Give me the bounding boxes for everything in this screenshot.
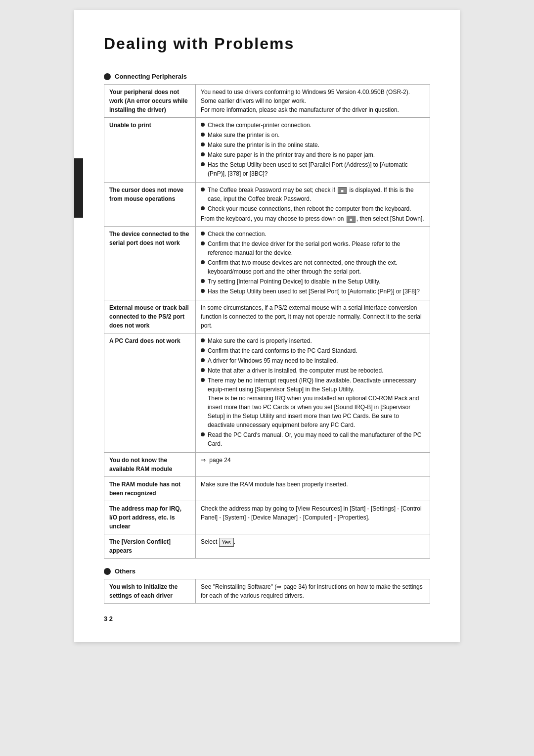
problem-cell: The [Version Conflict] appears [104, 534, 196, 559]
keyboard-note: From the keyboard, you may choose to pre… [201, 214, 425, 223]
problem-cell: The RAM module has not been recognized [104, 477, 196, 501]
table-row: The [Version Conflict] appears Select Ye… [104, 534, 430, 559]
problem-cell: Your peripheral does not work (An error … [104, 85, 196, 118]
page-title: Dealing with Problems [104, 35, 430, 58]
list-item: Check the computer-printer connection. [201, 121, 425, 130]
list-item: Make sure the printer is in the online s… [201, 141, 425, 149]
list-item: Has the Setup Utility been used to set [… [201, 160, 425, 178]
page: Dealing with Problems Connecting Periphe… [74, 10, 460, 642]
table-row: You do not know the available RAM module… [104, 453, 430, 477]
keyboard-icon: ■ [347, 216, 356, 223]
solution-cell: Make sure the card is properly inserted.… [196, 333, 430, 453]
list-item: The Coffee break Password may be set; ch… [201, 186, 425, 203]
table-row: Your peripheral does not work (An error … [104, 85, 430, 118]
solution-cell: You need to use drivers conforming to Wi… [196, 85, 430, 118]
list-item: There may be no interrupt request (IRQ) … [201, 376, 425, 429]
problem-cell: Unable to print [104, 118, 196, 183]
solution-cell: See "Reinstalling Software" (⇒page 34) f… [196, 579, 430, 604]
solution-cell: Make sure the RAM module has been proper… [196, 477, 430, 501]
table-row: The address map for IRQ, I/O port addres… [104, 501, 430, 534]
list-item: Try setting [Internal Pointing Device] t… [201, 277, 425, 286]
table-row: Unable to print Check the computer-print… [104, 118, 430, 183]
table-row: The cursor does not move from mouse oper… [104, 183, 430, 227]
table-row: A PC Card does not work Make sure the ca… [104, 333, 430, 453]
list-item: Check the connection. [201, 230, 425, 238]
connecting-peripherals-table: Your peripheral does not work (An error … [104, 84, 430, 559]
connecting-peripherals-header: Connecting Peripherals [104, 73, 430, 80]
problem-cell: External mouse or track ball connected t… [104, 300, 196, 333]
others-table: You wish to initialize the settings of e… [104, 579, 430, 604]
list-item: Has the Setup Utility been used to set [… [201, 287, 425, 296]
section-header-label: Connecting Peripherals [115, 73, 187, 80]
problem-cell: A PC Card does not work [104, 333, 196, 453]
list-item: Note that after a driver is installed, t… [201, 366, 425, 375]
list-item: Check your mouse connections, then reboo… [201, 204, 425, 213]
list-item: Make sure the printer is on. [201, 131, 425, 140]
list-item: Read the PC Card's manual. Or, you may n… [201, 430, 425, 448]
problem-cell: You do not know the available RAM module [104, 453, 196, 477]
problem-cell: The device connected to the serial port … [104, 227, 196, 300]
sidebar-bar [74, 158, 83, 218]
solution-cell: Check the connection. Confirm that the d… [196, 227, 430, 300]
table-row: External mouse or track ball connected t… [104, 300, 430, 333]
solution-cell: The Coffee break Password may be set; ch… [196, 183, 430, 227]
problem-cell: The cursor does not move from mouse oper… [104, 183, 196, 227]
solution-cell: Select Yes. [196, 534, 430, 559]
page-number: 3 2 [104, 615, 113, 622]
solution-cell: Check the address map by going to [View … [196, 501, 430, 534]
table-row: The device connected to the serial port … [104, 227, 430, 300]
page-ref-icon: ⇒ [201, 456, 206, 465]
list-item: Confirm that two mouse devices are not c… [201, 258, 425, 276]
table-row: You wish to initialize the settings of e… [104, 579, 430, 604]
section-bullet-icon [104, 568, 111, 575]
coffee-break-icon: ■ [338, 187, 347, 194]
list-item: Make sure paper is in the printer tray a… [201, 150, 425, 159]
list-item: A driver for Windows 95 may need to be i… [201, 356, 425, 365]
solution-cell: In some circumstances, if a PS/2 externa… [196, 300, 430, 333]
table-row: The RAM module has not been recognized M… [104, 477, 430, 501]
page-ref-icon: ⇒ [276, 582, 281, 591]
others-section-label: Others [115, 567, 135, 575]
others-header: Others [104, 567, 430, 575]
solution-cell: ⇒ page 24 [196, 453, 430, 477]
list-item: Confirm that the card conforms to the PC… [201, 346, 425, 355]
problem-cell: You wish to initialize the settings of e… [104, 579, 196, 604]
list-item: Confirm that the device driver for the s… [201, 239, 425, 257]
section-bullet-icon [104, 73, 111, 80]
problem-cell: The address map for IRQ, I/O port addres… [104, 501, 196, 534]
solution-cell: Check the computer-printer connection. M… [196, 118, 430, 183]
yes-button-example: Yes [219, 538, 234, 547]
list-item: Make sure the card is properly inserted. [201, 336, 425, 345]
